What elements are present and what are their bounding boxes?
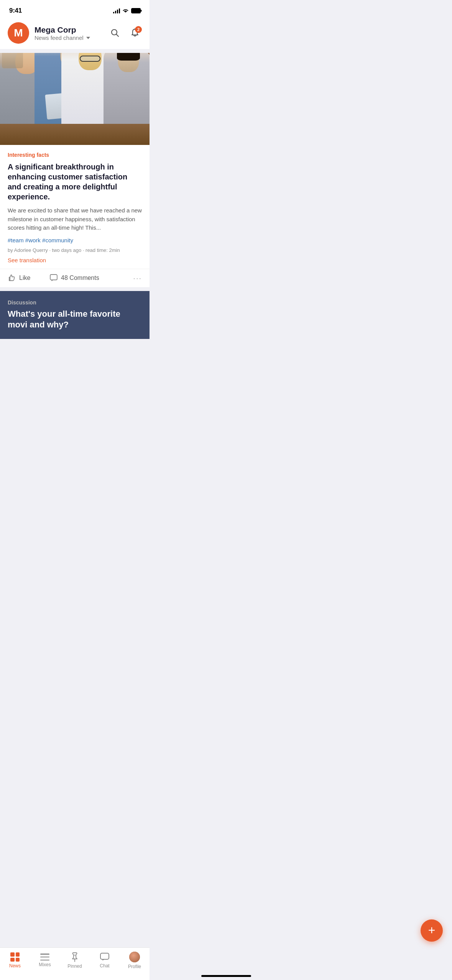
search-button[interactable] xyxy=(108,26,122,40)
article-meta: by Adorlee Querry · two days ago · read … xyxy=(8,247,142,253)
notifications-button[interactable]: 2 xyxy=(128,26,142,40)
more-options-button[interactable]: ··· xyxy=(133,274,142,283)
logo-letter: M xyxy=(14,27,23,39)
battery-icon xyxy=(131,8,142,13)
header-text: Mega Corp News feed channel xyxy=(35,25,103,41)
article-image xyxy=(0,53,150,145)
status-icons xyxy=(113,8,142,13)
article-excerpt: We are excited to share that we have rea… xyxy=(8,206,142,232)
thumbs-up-icon xyxy=(8,274,16,282)
discussion-label: Discussion xyxy=(8,299,142,306)
svg-rect-5 xyxy=(50,275,57,280)
article-body: Interesting facts A significant breakthr… xyxy=(0,145,150,269)
header-actions: 2 xyxy=(108,26,142,40)
chevron-down-icon xyxy=(86,37,90,39)
like-button[interactable]: Like xyxy=(8,274,49,282)
svg-line-3 xyxy=(117,35,119,37)
search-icon xyxy=(110,28,120,38)
discussion-inner: Discussion What's your all-time favorite… xyxy=(0,291,150,339)
article-tags[interactable]: #team #work #community xyxy=(8,237,142,243)
channel-name[interactable]: News feed channel xyxy=(35,35,103,41)
company-logo[interactable]: M xyxy=(8,22,29,44)
article-actions: Like 48 Comments ··· xyxy=(0,269,150,287)
news-feed: Interesting facts A significant breakthr… xyxy=(0,49,150,381)
comment-icon xyxy=(49,274,58,282)
status-bar: 9:41 xyxy=(0,0,150,18)
article-category[interactable]: Interesting facts xyxy=(8,152,142,158)
article-card: Interesting facts A significant breakthr… xyxy=(0,53,150,287)
comments-label: 48 Comments xyxy=(61,275,99,281)
svg-rect-1 xyxy=(141,10,142,12)
signal-icon xyxy=(113,8,120,13)
discussion-title: What's your all-time favorite movi and w… xyxy=(8,309,142,331)
company-name: Mega Corp xyxy=(35,25,103,35)
article-title[interactable]: A significant breakthrough in enhancing … xyxy=(8,162,142,202)
svg-rect-0 xyxy=(131,8,141,13)
discussion-card[interactable]: Discussion What's your all-time favorite… xyxy=(0,291,150,339)
app-header: M Mega Corp News feed channel 2 xyxy=(0,18,150,49)
like-label: Like xyxy=(19,275,30,281)
status-time: 9:41 xyxy=(9,7,22,15)
translate-button[interactable]: See translation xyxy=(8,257,142,263)
comments-button[interactable]: 48 Comments xyxy=(49,274,133,282)
notification-badge: 2 xyxy=(135,26,142,33)
wifi-icon xyxy=(122,8,129,13)
